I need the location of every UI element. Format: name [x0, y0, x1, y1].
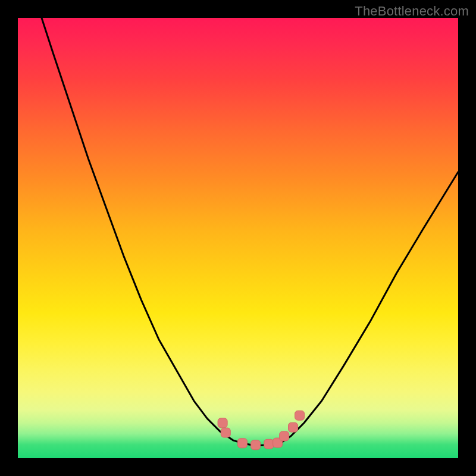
curve-marker: [264, 439, 274, 449]
chart-svg: [18, 18, 458, 458]
curve-marker: [280, 431, 289, 441]
curve-marker: [237, 439, 247, 448]
marker-group: [218, 411, 305, 450]
curve-marker: [221, 428, 230, 437]
curve-marker: [289, 422, 298, 432]
plot-area: [18, 18, 458, 458]
watermark-text: TheBottleneck.com: [355, 4, 469, 19]
curve-marker: [295, 411, 305, 420]
curve-marker: [218, 418, 227, 428]
curve-path: [42, 18, 458, 446]
chart-frame: TheBottleneck.com: [0, 0, 476, 476]
curve-marker: [251, 440, 261, 450]
bottleneck-curve: [42, 18, 458, 446]
